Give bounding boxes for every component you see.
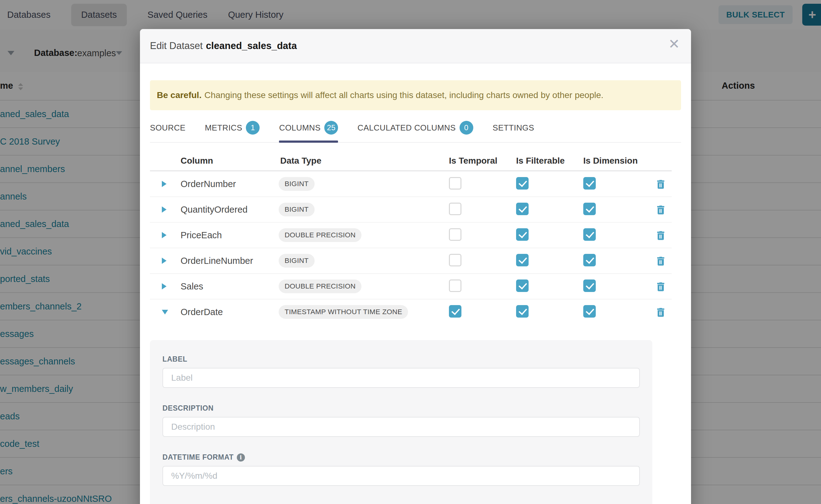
header-is-filterable: Is Filterable: [516, 156, 583, 166]
tab-label: METRICS: [205, 123, 242, 133]
columns-table-header: Column Data Type Is Temporal Is Filterab…: [150, 151, 672, 171]
column-name: PriceEach: [172, 230, 222, 240]
header-data-type: Data Type: [279, 156, 449, 166]
is-temporal-checkbox[interactable]: [449, 228, 462, 241]
column-row: QuantityOrdered BIGINT: [150, 197, 672, 223]
column-name: Sales: [172, 281, 203, 291]
data-type-badge: TIMESTAMP WITHOUT TIME ZONE: [279, 305, 408, 319]
modal-header: Edit Datasetcleaned_sales_data: [140, 29, 691, 63]
modal-tab[interactable]: COLUMNS 25: [279, 121, 338, 142]
is-filterable-checkbox[interactable]: [516, 203, 529, 215]
is-filterable-checkbox[interactable]: [516, 177, 529, 190]
delete-column-icon[interactable]: [655, 204, 666, 215]
datetime-format-label-text: DATETIME FORMAT: [162, 453, 234, 462]
description-input[interactable]: [162, 417, 640, 437]
close-icon[interactable]: ✕: [668, 37, 680, 51]
expand-caret-icon[interactable]: [162, 181, 166, 187]
label-input[interactable]: [162, 368, 640, 388]
datetime-format-field-label: DATETIME FORMAT i: [162, 453, 640, 462]
is-temporal-checkbox[interactable]: [449, 177, 462, 190]
is-filterable-checkbox[interactable]: [516, 305, 529, 318]
data-type-badge: BIGINT: [279, 254, 314, 268]
column-row: Sales DOUBLE PRECISION: [150, 274, 672, 299]
column-name: OrderNumber: [172, 179, 236, 189]
modal-tabs: SOURCE METRICS 1 COLUMNS 25 CALCULATED C…: [150, 121, 681, 143]
column-name: OrderDate: [172, 307, 223, 317]
column-row: PriceEach DOUBLE PRECISION: [150, 223, 672, 248]
modal-tab[interactable]: CALCULATED COLUMNS 0: [357, 121, 473, 142]
edit-dataset-modal: Edit Datasetcleaned_sales_data ✕ Be care…: [140, 29, 691, 504]
is-filterable-checkbox[interactable]: [516, 254, 529, 266]
label-field-label: LABEL: [162, 355, 640, 363]
is-dimension-checkbox[interactable]: [583, 203, 596, 215]
modal-tab[interactable]: SOURCE: [150, 121, 185, 142]
delete-column-icon[interactable]: [655, 281, 666, 292]
header-is-dimension: Is Dimension: [583, 156, 650, 166]
column-editor-panel: LABEL DESCRIPTION DATETIME FORMAT i: [150, 340, 652, 504]
expand-caret-icon[interactable]: [162, 232, 166, 238]
is-filterable-checkbox[interactable]: [516, 279, 529, 292]
datetime-format-input[interactable]: [162, 466, 640, 486]
column-name: QuantityOrdered: [172, 205, 247, 215]
is-dimension-checkbox[interactable]: [583, 177, 596, 190]
modal-tab[interactable]: SETTINGS: [493, 121, 534, 142]
is-dimension-checkbox[interactable]: [583, 279, 596, 292]
delete-column-icon[interactable]: [655, 230, 666, 240]
is-temporal-checkbox[interactable]: [449, 254, 462, 266]
info-icon[interactable]: i: [237, 453, 245, 462]
is-dimension-checkbox[interactable]: [583, 228, 596, 241]
column-name: OrderLineNumber: [172, 256, 253, 266]
delete-column-icon[interactable]: [655, 307, 666, 317]
data-type-badge: BIGINT: [279, 177, 314, 191]
modal-tab[interactable]: METRICS 1: [205, 121, 260, 142]
modal-body: Be careful. Changing these settings will…: [140, 80, 691, 504]
label-field-label-text: LABEL: [162, 355, 187, 363]
tab-label: COLUMNS: [279, 123, 320, 133]
column-row: OrderLineNumber BIGINT: [150, 248, 672, 274]
column-row: OrderNumber BIGINT: [150, 171, 672, 197]
tab-label: SETTINGS: [493, 123, 534, 133]
columns-table-body: OrderNumber BIGINT QuantityOrdered BIGIN…: [150, 171, 681, 324]
warning-text: Changing these settings will affect all …: [204, 90, 603, 100]
data-type-badge: DOUBLE PRECISION: [279, 228, 361, 242]
is-temporal-checkbox[interactable]: [449, 279, 462, 292]
tab-label: SOURCE: [150, 123, 185, 133]
description-field-label-text: DESCRIPTION: [162, 404, 214, 413]
modal-dataset-name: cleaned_sales_data: [206, 40, 297, 51]
is-temporal-checkbox[interactable]: [449, 203, 462, 215]
is-temporal-checkbox[interactable]: [449, 305, 462, 318]
delete-column-icon[interactable]: [655, 179, 666, 189]
is-dimension-checkbox[interactable]: [583, 254, 596, 266]
warning-banner: Be careful. Changing these settings will…: [150, 80, 681, 110]
tab-label: CALCULATED COLUMNS: [357, 123, 456, 133]
is-dimension-checkbox[interactable]: [583, 305, 596, 318]
delete-column-icon[interactable]: [655, 255, 666, 266]
column-row: OrderDate TIMESTAMP WITHOUT TIME ZONE: [150, 299, 672, 324]
modal-title: Edit Datasetcleaned_sales_data: [150, 40, 297, 52]
description-field-label: DESCRIPTION: [162, 404, 640, 413]
header-column: Column: [172, 156, 279, 166]
expand-caret-icon[interactable]: [162, 283, 166, 289]
expand-caret-icon[interactable]: [162, 258, 166, 264]
page: Databases Datasets Saved Queries Query H…: [0, 0, 821, 504]
expand-caret-icon[interactable]: [162, 206, 166, 213]
tab-count-badge: 25: [324, 121, 338, 135]
tab-count-badge: 1: [246, 121, 260, 135]
tab-count-badge: 0: [460, 121, 473, 135]
data-type-badge: BIGINT: [279, 203, 314, 216]
expand-caret-icon[interactable]: [162, 310, 168, 314]
header-is-temporal: Is Temporal: [449, 156, 516, 166]
warning-bold: Be careful.: [157, 90, 201, 100]
data-type-badge: DOUBLE PRECISION: [279, 279, 361, 293]
modal-title-prefix: Edit Dataset: [150, 40, 203, 51]
is-filterable-checkbox[interactable]: [516, 228, 529, 241]
